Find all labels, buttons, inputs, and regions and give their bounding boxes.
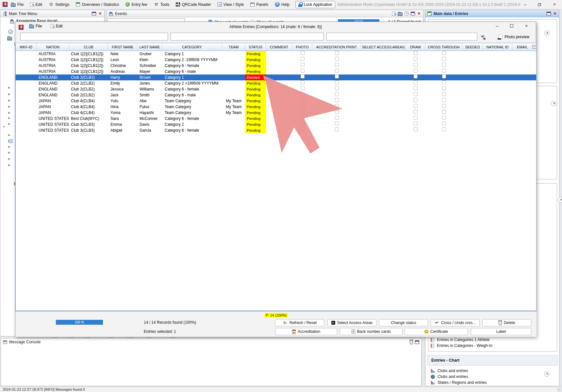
report-list-item[interactable]: Entries in Categories 1 Athlete — [431, 337, 489, 342]
dialog-maximize-button[interactable] — [509, 23, 514, 28]
row-checkbox[interactable] — [414, 92, 418, 96]
undock-icon[interactable] — [411, 12, 415, 15]
select-access-areas-button[interactable]: Select Access Areas — [327, 319, 376, 326]
row-checkbox[interactable] — [301, 110, 305, 114]
row-checkbox[interactable] — [442, 116, 446, 120]
row-checkbox[interactable] — [414, 80, 418, 84]
row-checkbox[interactable] — [442, 51, 446, 55]
row-checkbox[interactable] — [442, 98, 446, 102]
row-checkbox[interactable] — [335, 110, 339, 114]
row-checkbox[interactable] — [301, 74, 305, 78]
row-checkbox[interactable] — [301, 86, 305, 90]
row-checkbox[interactable] — [335, 122, 339, 125]
tree-expand-arrow[interactable]: ▶ — [8, 122, 10, 125]
column-header-last-name[interactable]: LAST NAME — [138, 43, 162, 51]
label-button[interactable]: Label — [471, 328, 531, 335]
back-number-cards-button[interactable]: Back number cards — [340, 328, 403, 335]
column-header-wkf-id[interactable]: WKF-ID — [16, 43, 37, 51]
row-checkbox[interactable] — [335, 69, 339, 73]
clear-filter-icon[interactable] — [481, 35, 485, 40]
tree-expand-arrow[interactable]: ▶ — [8, 145, 10, 148]
row-checkbox[interactable] — [335, 57, 339, 61]
dialog-filter-input-2[interactable] — [171, 33, 323, 41]
tree-expand-arrow[interactable]: ▶ — [8, 111, 10, 114]
cross-undo-cros--button[interactable]: Cross / Undo cros... — [431, 319, 480, 326]
close-icon[interactable] — [98, 11, 102, 16]
chart-list-item[interactable]: Clubs and entries — [431, 374, 468, 379]
row-checkbox[interactable] — [301, 69, 305, 73]
dialog-filter-input-3[interactable] — [326, 33, 477, 41]
column-header-club[interactable]: CLUB — [69, 43, 108, 51]
change-status-button[interactable]: Change status — [379, 319, 428, 326]
row-checkbox[interactable] — [442, 69, 446, 73]
lock-application-button[interactable]: Lock Application — [295, 1, 335, 8]
table-row[interactable]: AUSTRIAClub 1[2](CLB1[2])NeleGruberCateg… — [16, 51, 536, 57]
column-header-category[interactable]: CATEGORY — [162, 43, 222, 51]
folder-icon[interactable] — [398, 12, 403, 16]
row-checkbox[interactable] — [301, 127, 305, 131]
row-checkbox[interactable] — [414, 98, 418, 102]
certificate-button[interactable]: Certificate — [405, 328, 468, 335]
dialog-titlebar[interactable]: File Edit Athlete Entries [Competitors: … — [15, 22, 536, 32]
table-row[interactable]: AUSTRIAClub 1[2](CLB1[2])ChristineSchrei… — [16, 63, 536, 69]
menu-edit[interactable]: Edit — [30, 2, 42, 7]
window-restore-button[interactable] — [537, 1, 543, 7]
column-header-national-id[interactable]: NATIONAL ID — [483, 43, 512, 51]
column-header-photo[interactable]: PHOTO — [292, 43, 312, 51]
table-row[interactable]: UNITED STATESClub 3(CLB3)EmmaDavisCatego… — [16, 122, 536, 127]
menu-view-style[interactable]: View / Style — [218, 2, 244, 7]
row-checkbox[interactable] — [414, 122, 418, 125]
folder-icon[interactable] — [7, 37, 12, 41]
report-list-item[interactable]: Entries in Categories - Weigh-In — [431, 343, 492, 348]
table-row[interactable]: AUSTRIAClub 1[2](CLB1[2])AndreasMayerCat… — [16, 69, 536, 74]
clock-icon[interactable] — [405, 11, 409, 16]
menu-file[interactable]: File — [11, 2, 24, 7]
column-header-comment[interactable]: COMMENT — [266, 43, 292, 51]
collapse-chevron-icon[interactable] — [544, 371, 550, 377]
table-row[interactable]: UNITED STATESBest Club(MYC)SaraMcConnerC… — [16, 116, 536, 122]
column-header-cross-through[interactable]: CROSS THROUGH — [425, 43, 462, 51]
table-row[interactable]: JAPANClub 4(CLB4)HinaFukuiTeam CategoryM… — [16, 104, 536, 110]
entries-table-header[interactable]: WKF-IDNATIONCLUBFIRST NAMELAST NAMECATEG… — [16, 43, 536, 51]
tree-expand-arrow[interactable]: ▶ — [8, 151, 10, 154]
row-checkbox[interactable] — [301, 98, 305, 102]
column-header-accreditation-print[interactable]: ACCREDITATION PRINT — [312, 43, 361, 51]
row-checkbox[interactable] — [335, 51, 339, 55]
dialog-filter-input-1[interactable] — [20, 33, 168, 41]
trash-icon[interactable] — [410, 340, 413, 344]
close-icon[interactable] — [553, 11, 557, 16]
tree-expand-arrow[interactable]: ▶ — [8, 105, 10, 108]
menu-qrcode-reader[interactable]: QRCode Reader — [176, 2, 211, 7]
table-row[interactable]: UNITED STATESClub 3(CLB3)AbigailGarciaCa… — [16, 127, 536, 133]
row-checkbox[interactable] — [414, 57, 418, 61]
row-checkbox[interactable] — [442, 104, 446, 108]
row-checkbox[interactable] — [442, 122, 446, 125]
row-checkbox[interactable] — [414, 110, 418, 114]
column-header-email[interactable]: EMAIL — [512, 43, 533, 51]
undock-icon[interactable] — [547, 12, 551, 15]
close-icon[interactable] — [417, 11, 421, 16]
menu-settings[interactable]: Settings — [49, 2, 69, 7]
photo-preview-checkbox[interactable] — [499, 35, 503, 39]
dialog-close-button[interactable]: × — [524, 23, 529, 28]
column-header-seeded[interactable]: SEEDED — [462, 43, 483, 51]
row-checkbox[interactable] — [301, 92, 305, 96]
row-checkbox[interactable] — [301, 80, 305, 84]
column-header-nation[interactable]: NATION — [37, 43, 69, 51]
tree-expand-arrow[interactable]: ▶ — [8, 163, 10, 167]
row-checkbox[interactable] — [414, 116, 418, 120]
row-checkbox[interactable] — [414, 74, 418, 78]
delete-button[interactable]: Delete — [482, 319, 531, 326]
row-checkbox[interactable] — [301, 122, 305, 125]
undock-icon[interactable] — [415, 340, 419, 344]
row-checkbox[interactable] — [442, 110, 446, 114]
chart-list-item[interactable]: Clubs and entries — [431, 368, 468, 373]
undock-icon[interactable] — [92, 12, 96, 15]
menu-help[interactable]: Help — [275, 2, 289, 7]
chart-list-item[interactable]: States / Regions and entries — [431, 380, 487, 385]
menu-panels[interactable]: Panels — [250, 2, 268, 7]
table-row[interactable]: ENGLANDClub 2(CLB2)JackSmithCategory 6 -… — [16, 92, 536, 98]
row-checkbox[interactable] — [335, 92, 339, 96]
column-header-select-access-areas[interactable]: SELECT ACCESS AREAS — [361, 43, 406, 51]
row-checkbox[interactable] — [414, 69, 418, 73]
